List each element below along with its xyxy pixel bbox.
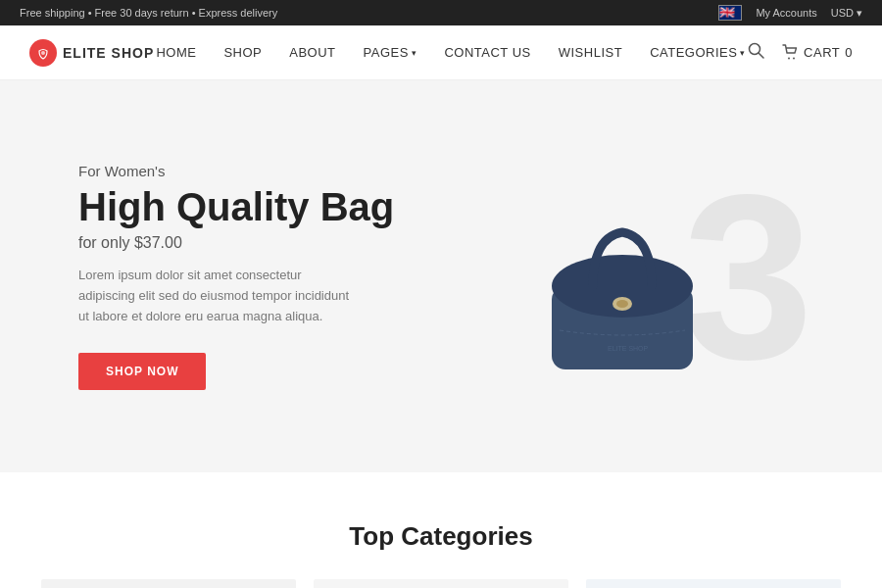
cart-icon	[782, 44, 799, 61]
shipping-info: Free shipping • Free 30 days return • Ex…	[20, 7, 277, 19]
logo-icon	[29, 39, 57, 67]
nav-shop[interactable]: SHOP	[223, 45, 262, 60]
my-accounts-link[interactable]: My Accounts	[756, 7, 816, 19]
category-card-bag[interactable]	[314, 579, 568, 588]
nav-contact[interactable]: CONTACT US	[444, 45, 530, 60]
main-nav: HOME SHOP ABOUT PAGES ▾ CONTACT US WISHL…	[156, 45, 745, 60]
svg-line-3	[759, 53, 763, 58]
flag-icon[interactable]: 🇬🇧	[718, 5, 742, 21]
logo-text: ELITE SHOP	[63, 45, 154, 61]
top-bar: Free shipping • Free 30 days return • Ex…	[0, 0, 882, 25]
category-card-sunglasses[interactable]	[41, 579, 296, 588]
shop-now-button[interactable]: SHOP NOW	[78, 353, 206, 390]
categories-chevron-icon: ▾	[740, 48, 746, 58]
currency-chevron-icon: ▾	[857, 7, 862, 20]
shirt-image-area	[586, 579, 841, 588]
nav-categories[interactable]: CATEGORIES ▾	[650, 45, 746, 60]
logo-svg	[34, 44, 52, 62]
search-icon[interactable]	[748, 42, 764, 63]
cart-button[interactable]: CART 0	[782, 44, 853, 61]
svg-point-4	[788, 58, 790, 60]
hero-image-area: 3 ELITE SHOP	[441, 120, 804, 433]
svg-point-10	[616, 300, 628, 308]
nav-pages[interactable]: PAGES ▾	[364, 45, 417, 60]
hero-title: High Quality Bag	[78, 185, 441, 228]
svg-text:ELITE SHOP: ELITE SHOP	[608, 345, 649, 352]
header-actions: CART 0	[748, 42, 853, 63]
hero-content: For Women's High Quality Bag for only $3…	[78, 163, 441, 389]
currency-selector[interactable]: USD ▾	[831, 7, 862, 20]
categories-section: Top Categories	[0, 472, 882, 588]
header: ELITE SHOP HOME SHOP ABOUT PAGES ▾ CONTA…	[0, 25, 882, 80]
hero-for-label: For Women's	[78, 163, 441, 179]
nav-wishlist[interactable]: WISHLIST	[559, 45, 622, 60]
nav-about[interactable]: ABOUT	[289, 45, 335, 60]
logo[interactable]: ELITE SHOP	[29, 39, 154, 67]
pages-chevron-icon: ▾	[412, 48, 417, 58]
hero-section: For Women's High Quality Bag for only $3…	[0, 80, 882, 472]
currency-label: USD	[831, 7, 854, 19]
category-card-shirt[interactable]	[586, 579, 841, 588]
cart-count: 0	[845, 45, 853, 60]
cart-label: CART	[804, 45, 840, 60]
hero-bag-image: ELITE SHOP	[524, 159, 720, 394]
hero-price: for only $37.00	[78, 234, 441, 252]
bag-image-area	[314, 579, 568, 588]
sunglasses-image-area	[41, 579, 296, 588]
nav-home[interactable]: HOME	[156, 45, 196, 60]
hero-description: Lorem ipsum dolor sit amet consectetur a…	[78, 266, 353, 326]
categories-title: Top Categories	[29, 521, 853, 552]
svg-point-1	[41, 51, 45, 55]
top-bar-right: 🇬🇧 My Accounts USD ▾	[718, 5, 862, 21]
svg-point-5	[793, 58, 795, 60]
categories-grid	[29, 579, 853, 588]
shipping-text: Free shipping • Free 30 days return • Ex…	[20, 7, 277, 19]
